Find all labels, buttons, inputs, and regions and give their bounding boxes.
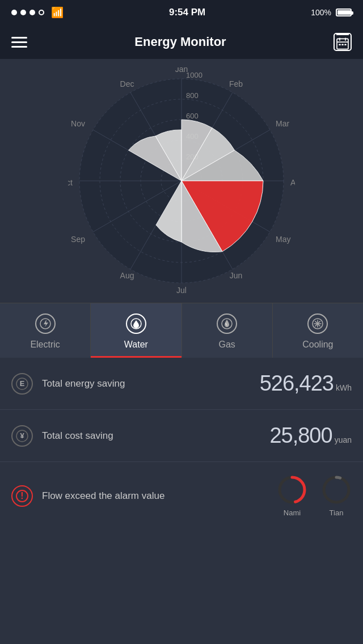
water-icon (126, 313, 146, 334)
gauge-tian: Tian (321, 474, 352, 517)
svg-text:May: May (276, 235, 290, 244)
tab-electric[interactable]: Electric (0, 303, 91, 358)
signal-dot-1 (11, 10, 17, 15)
svg-text:Oct: Oct (68, 178, 73, 187)
electric-icon (35, 313, 56, 334)
svg-point-58 (324, 477, 349, 502)
svg-rect-5 (341, 44, 343, 45)
gauge-nami: Nami (277, 474, 307, 517)
tabs-section: Electric Water Gas (0, 303, 363, 358)
alarm-icon: ! (11, 485, 33, 507)
stats-section: E Total energy saving 526,423 kWh ¥ Tota… (0, 358, 363, 529)
gauge-tian-svg (321, 474, 352, 505)
svg-text:¥: ¥ (20, 431, 24, 440)
tab-water-underline (91, 356, 181, 358)
menu-line-3 (11, 46, 27, 48)
status-bar: 📶 9:54 PM 100% (0, 0, 363, 25)
energy-stat-number: 526,423 (260, 371, 334, 396)
svg-rect-0 (337, 39, 348, 49)
svg-text:E: E (20, 379, 25, 388)
wifi-icon: 📶 (51, 6, 64, 19)
svg-text:Jan: Jan (175, 67, 188, 74)
cost-stat-value: 25,800 yuan (269, 423, 352, 448)
svg-text:Dec: Dec (120, 79, 134, 88)
tabs-row: Electric Water Gas (0, 303, 363, 358)
gauge-tian-label: Tian (330, 509, 344, 517)
menu-button[interactable] (11, 37, 27, 48)
svg-text:Apr: Apr (290, 178, 295, 187)
cooling-icon (307, 313, 328, 334)
tab-water[interactable]: Water (91, 303, 182, 358)
header: Energy Monitor (0, 25, 363, 59)
status-left: 📶 (11, 6, 64, 19)
gas-icon (217, 313, 237, 334)
tab-cooling[interactable]: Cooling (273, 303, 363, 358)
tab-gas-label: Gas (218, 340, 235, 350)
svg-text:!: ! (20, 491, 23, 501)
tab-electric-label: Electric (30, 340, 60, 350)
battery-fill (337, 10, 351, 15)
calendar-button[interactable] (334, 33, 352, 51)
radar-chart: 200 400 600 800 1000 Jan Feb Mar Apr May… (68, 67, 295, 294)
signal-dot-4 (39, 10, 44, 15)
cost-stat-unit: yuan (335, 435, 352, 444)
calendar-svg (335, 37, 351, 50)
cost-stat-row: ¥ Total cost saving 25,800 yuan (0, 410, 363, 462)
tab-water-label: Water (124, 340, 148, 350)
alarm-row: ! Flow exceed the alarm value Nami Tian (0, 462, 363, 529)
chart-area: 200 400 600 800 1000 Jan Feb Mar Apr May… (0, 59, 363, 303)
signal-dot-2 (20, 10, 26, 15)
status-time: 9:54 PM (169, 7, 205, 18)
signal-dot-3 (29, 10, 35, 15)
svg-rect-6 (344, 44, 346, 45)
gauge-nami-label: Nami (284, 509, 301, 517)
energy-stat-value: 526,423 kWh (260, 371, 352, 396)
svg-text:600: 600 (186, 112, 199, 120)
svg-rect-4 (339, 44, 340, 45)
menu-line-1 (11, 37, 27, 39)
energy-stat-row: E Total energy saving 526,423 kWh (0, 358, 363, 410)
svg-text:Jun: Jun (230, 271, 243, 280)
cost-stat-icon: ¥ (11, 425, 33, 447)
svg-text:1000: 1000 (186, 71, 202, 79)
energy-stat-label: Total energy saving (42, 378, 260, 389)
gauge-nami-svg (277, 474, 307, 505)
menu-line-2 (11, 41, 27, 43)
status-right: 100% (311, 8, 352, 17)
alarm-label: Flow exceed the alarm value (42, 490, 277, 502)
energy-stat-icon: E (11, 373, 33, 395)
svg-text:800: 800 (186, 91, 199, 100)
page-title: Energy Monitor (134, 35, 226, 49)
tab-cooling-label: Cooling (302, 340, 333, 350)
svg-text:Feb: Feb (229, 79, 243, 88)
cost-stat-number: 25,800 (269, 423, 332, 448)
battery-icon (336, 9, 352, 16)
battery-percent: 100% (311, 8, 331, 17)
energy-stat-unit: kWh (336, 383, 352, 392)
svg-text:Sep: Sep (71, 235, 85, 244)
svg-text:Mar: Mar (276, 119, 289, 128)
cost-stat-label: Total cost saving (42, 430, 269, 442)
svg-text:Nov: Nov (71, 119, 85, 128)
tab-gas[interactable]: Gas (182, 303, 273, 358)
svg-text:Jul: Jul (176, 286, 187, 294)
alarm-gauges: Nami Tian (277, 474, 352, 517)
svg-text:Aug: Aug (120, 271, 134, 280)
